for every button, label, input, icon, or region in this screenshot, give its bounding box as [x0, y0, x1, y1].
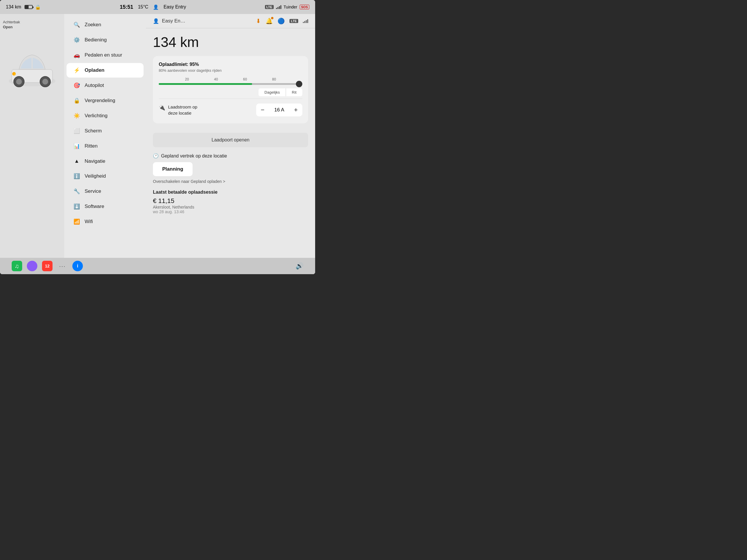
charge-limit-subtitle: 80% aanbevolen voor dagelijks rijden: [159, 68, 302, 73]
taskbar: ♫ 12 ··· i 🔊: [0, 258, 315, 274]
app-purple[interactable]: [27, 261, 37, 271]
charge-slider-track[interactable]: [159, 83, 302, 85]
pedals-icon: 🚗: [74, 52, 80, 58]
range-km-display: 134 km: [153, 34, 308, 50]
safety-icon: ℹ️: [74, 173, 80, 179]
svg-point-5: [42, 79, 48, 85]
sidebar-item-scherm[interactable]: ⬜ Scherm: [67, 124, 144, 138]
panel-header-icons: ⬇ 🔔 🔵 LTE: [256, 18, 308, 25]
sidebar-label-bediening: Bediening: [85, 37, 107, 43]
lte-header-badge: LTE: [289, 19, 298, 23]
sidebar: 🔍 Zoeken ⚙️ Bediening 🚗 Pedalen en stuur…: [64, 14, 146, 274]
taskbar-right: 🔊: [295, 262, 304, 270]
signal-header-icon: [303, 19, 308, 23]
status-bar: 134 km 🔒 15:51 15°C 👤 Easy Entry LTE Tui…: [0, 0, 315, 14]
sidebar-item-opladen[interactable]: ⚡ Opladen: [67, 63, 144, 78]
lock-nav-icon: 🔒: [74, 98, 80, 104]
sidebar-item-vergrendeling[interactable]: 🔒 Vergrendeling: [67, 93, 144, 108]
dagelijks-button[interactable]: Dagelijks: [259, 88, 286, 96]
profile-icon: 👤: [153, 4, 159, 10]
car-image: ⚡: [6, 37, 58, 96]
sidebar-item-pedalen[interactable]: 🚗 Pedalen en stuur: [67, 48, 144, 62]
sos-badge: SOS: [300, 5, 309, 9]
sidebar-item-software[interactable]: ⬇️ Software: [67, 199, 144, 214]
laadpoort-button[interactable]: Laadpoort openen: [153, 133, 308, 147]
notification-icon[interactable]: 🔔: [265, 18, 273, 25]
lock-icon: 🔒: [35, 4, 41, 10]
operator-display: Tuinder: [284, 5, 297, 9]
wifi-icon: 📶: [74, 218, 80, 225]
app-info[interactable]: i: [72, 261, 83, 271]
charge-card: Oplaadlimiet: 95% 80% aanbevolen voor da…: [153, 56, 308, 123]
controls-icon: ⚙️: [74, 37, 80, 43]
sidebar-label-pedalen: Pedalen en stuur: [85, 52, 122, 58]
panel-header-left: 👤 Easy En…: [153, 18, 185, 24]
autopilot-icon: 🎯: [74, 82, 80, 89]
download-header-icon[interactable]: ⬇: [256, 18, 261, 25]
app-calendar[interactable]: 12: [42, 261, 53, 271]
clock-icon: 🕐: [153, 153, 159, 159]
laadstroom-decrease-button[interactable]: −: [256, 104, 269, 116]
sidebar-label-scherm: Scherm: [85, 128, 102, 134]
last-session-amount: € 11,15: [153, 197, 308, 205]
sidebar-label-service: Service: [85, 188, 101, 194]
planning-button[interactable]: Planning: [153, 162, 192, 176]
sidebar-item-bediening[interactable]: ⚙️ Bediening: [67, 33, 144, 47]
signal-bars-icon: [276, 5, 281, 9]
sidebar-label-wifi: Wifi: [85, 219, 93, 224]
laadstroom-control: − 16 A +: [256, 104, 302, 116]
laadstroom-value: 16 A: [269, 107, 289, 113]
sidebar-item-navigatie[interactable]: ▲ Navigatie: [67, 154, 144, 168]
car-panel: Achterbak Open: [0, 14, 64, 274]
sidebar-label-vergrendeling: Vergrendeling: [85, 98, 115, 104]
lte-badge: LTE: [265, 5, 274, 9]
sidebar-label-ritten: Ritten: [85, 143, 98, 149]
trunk-badge: Achterbak Open: [3, 20, 20, 30]
sidebar-item-wifi[interactable]: 📶 Wifi: [67, 214, 144, 229]
charge-slider-thumb[interactable]: [296, 81, 302, 87]
status-left: 134 km 🔒: [6, 4, 41, 10]
sidebar-label-software: Software: [85, 204, 104, 209]
charge-limit-title: Oplaadlimiet: 95%: [159, 62, 302, 67]
search-icon: 🔍: [74, 22, 80, 28]
last-session-date: wo 28 aug. 13:46: [153, 209, 308, 214]
profile-name: Easy Entry: [163, 4, 186, 10]
charge-icon: ⚡: [74, 67, 80, 74]
charge-slider-fill: [159, 83, 252, 85]
trips-icon: 📊: [74, 143, 80, 149]
svg-point-3: [16, 79, 22, 85]
main-panel: 👤 Easy En… ⬇ 🔔 🔵 LTE: [146, 14, 315, 274]
gepland-section-title: 🕐 Gepland vertrek op deze locatie: [153, 153, 308, 159]
sidebar-item-veiligheid[interactable]: ℹ️ Veiligheid: [67, 169, 144, 183]
range-display: 134 km: [6, 4, 21, 10]
screen-icon: ⬜: [74, 128, 80, 134]
switch-planning-link[interactable]: Overschakelen naar Gepland opladen >: [153, 179, 308, 184]
sidebar-label-opladen: Opladen: [85, 68, 104, 73]
temperature-display: 15°C: [138, 4, 149, 10]
bluetooth-icon[interactable]: 🔵: [278, 18, 285, 25]
panel-profile-name: Easy En…: [162, 18, 185, 24]
app-dots[interactable]: ···: [57, 261, 68, 271]
main-content: Achterbak Open: [0, 14, 315, 274]
preset-buttons: Dagelijks Rit: [159, 88, 302, 96]
app-spotify[interactable]: ♫: [12, 261, 22, 271]
rit-button[interactable]: Rit: [286, 88, 302, 96]
svg-text:⚡: ⚡: [14, 73, 16, 76]
charge-slider-container: [159, 83, 302, 85]
laadstroom-increase-button[interactable]: +: [289, 104, 302, 116]
service-icon: 🔧: [74, 188, 80, 194]
nav-icon: ▲: [74, 158, 80, 164]
sidebar-item-ritten[interactable]: 📊 Ritten: [67, 139, 144, 153]
profile-header-icon: 👤: [153, 18, 159, 24]
laadstroom-row: 🔌 Laadstroom op deze locatie − 16 A +: [159, 99, 302, 117]
status-right: LTE Tuinder SOS: [265, 5, 309, 9]
sidebar-label-navigatie: Navigatie: [85, 158, 105, 164]
sidebar-item-verlichting[interactable]: ☀️ Verlichting: [67, 108, 144, 123]
software-icon: ⬇️: [74, 203, 80, 210]
sidebar-item-autopilot[interactable]: 🎯 Autopilot: [67, 78, 144, 93]
sidebar-item-service[interactable]: 🔧 Service: [67, 184, 144, 198]
time-display: 15:51: [120, 4, 133, 10]
plug-icon: 🔌: [159, 104, 165, 111]
sidebar-item-zoeken[interactable]: 🔍 Zoeken: [67, 18, 144, 32]
volume-icon[interactable]: 🔊: [295, 262, 304, 270]
